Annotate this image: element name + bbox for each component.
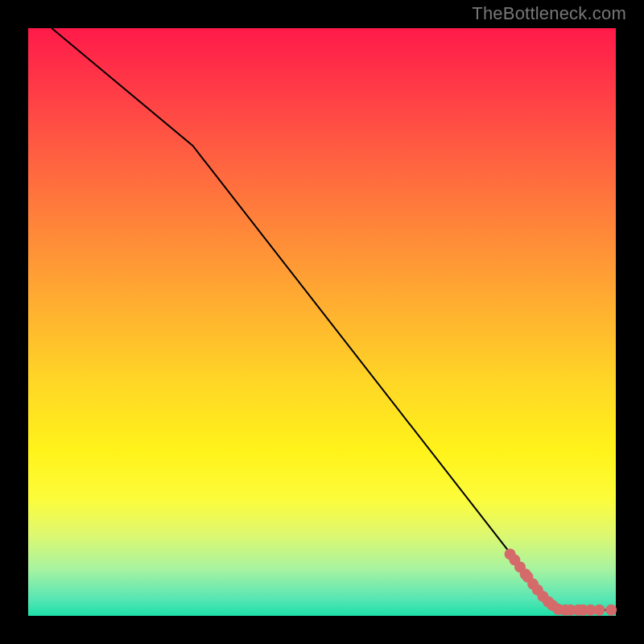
- data-point: [605, 605, 617, 616]
- bottleneck-curve: [52, 28, 616, 610]
- data-markers: [505, 548, 617, 615]
- chart-overlay: [28, 28, 616, 616]
- data-point: [594, 605, 605, 616]
- attribution-text: TheBottleneck.com: [472, 3, 626, 24]
